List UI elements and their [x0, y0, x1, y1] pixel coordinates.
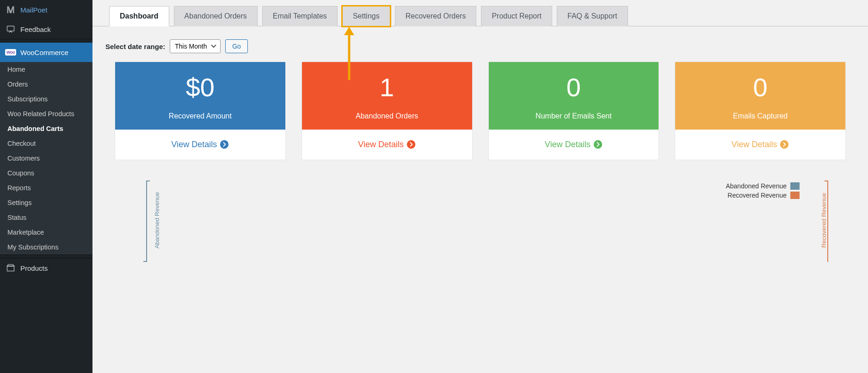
- feedback-icon: [6, 24, 16, 34]
- date-range-label: Select date range:: [105, 43, 165, 50]
- card-label: Recovered Amount: [120, 112, 281, 120]
- tab-faq-support[interactable]: FAQ & Support: [557, 6, 628, 26]
- card-bottom: View Details: [489, 130, 659, 160]
- svg-point-4: [220, 140, 228, 149]
- legend-swatch: [790, 192, 800, 199]
- arrow-right-circle-icon: [593, 140, 603, 149]
- card-label: Abandoned Orders: [307, 112, 468, 120]
- svg-rect-1: [7, 266, 14, 271]
- svg-rect-0: [7, 26, 14, 31]
- arrow-right-circle-icon: [406, 140, 416, 149]
- woocommerce-icon: Woo: [6, 47, 16, 57]
- card-top: $0Recovered Amount: [115, 62, 285, 130]
- right-axis-line: [827, 180, 828, 262]
- view-details-link[interactable]: View Details: [172, 140, 229, 149]
- tab-bar: DashboardAbandoned OrdersEmail Templates…: [92, 0, 868, 26]
- stat-card-number-of-emails-sent: 0Number of Emails SentView Details: [488, 62, 659, 160]
- stats-cards: $0Recovered AmountView Details 1Abandone…: [92, 62, 868, 179]
- card-bottom: View Details: [115, 130, 285, 160]
- legend-item: Abandoned Revenue: [726, 182, 800, 190]
- arrow-right-circle-icon: [780, 140, 789, 149]
- tab-recovered-orders[interactable]: Recovered Orders: [395, 6, 477, 26]
- sidebar-label: Products: [20, 264, 48, 272]
- legend-swatch: [790, 182, 800, 190]
- card-top: 0Number of Emails Sent: [489, 62, 659, 130]
- date-range-select[interactable]: This Month: [170, 39, 221, 53]
- main-content: DashboardAbandoned OrdersEmail Templates…: [92, 0, 868, 262]
- legend-item: Recovered Revenue: [726, 192, 800, 199]
- tab-product-report[interactable]: Product Report: [481, 6, 552, 26]
- sidebar-subitem[interactable]: Customers: [0, 151, 92, 166]
- card-value: 0: [493, 73, 654, 102]
- sidebar-subitem[interactable]: Settings: [0, 195, 92, 210]
- mailpoet-icon: [6, 5, 16, 15]
- abandoned-revenue-chart: Abandoned Revenue: [115, 179, 471, 262]
- sidebar-separator: [0, 255, 92, 258]
- stat-card-emails-captured: 0Emails CapturedView Details: [675, 62, 846, 160]
- stat-card-recovered-amount: $0Recovered AmountView Details: [115, 62, 286, 160]
- sidebar-item-products[interactable]: Products: [0, 258, 92, 278]
- sidebar-item-woocommerce[interactable]: Woo WooCommerce: [0, 43, 92, 62]
- go-button[interactable]: Go: [225, 39, 248, 53]
- card-top: 1Abandoned Orders: [302, 62, 472, 130]
- legend-label: Abandoned Revenue: [726, 182, 787, 190]
- sidebar-label: WooCommerce: [20, 49, 68, 56]
- right-y-axis-label: Recovered Revenue: [820, 193, 827, 248]
- date-range-controls: Select date range: This Month Go: [92, 26, 868, 62]
- card-bottom: View Details: [302, 130, 472, 160]
- view-details-link[interactable]: View Details: [732, 140, 789, 149]
- card-value: 0: [680, 73, 841, 102]
- arrow-right-circle-icon: [220, 140, 229, 149]
- card-bottom: View Details: [675, 130, 845, 160]
- sidebar-item-mailpoet[interactable]: MailPoet: [0, 0, 92, 19]
- card-top: 0Emails Captured: [675, 62, 845, 130]
- sidebar-label: MailPoet: [20, 6, 47, 14]
- admin-sidebar: MailPoet Feedback Woo WooCommerce HomeOr…: [0, 0, 92, 373]
- sidebar-item-feedback[interactable]: Feedback: [0, 19, 92, 39]
- woocommerce-submenu: HomeOrdersSubscriptionsWoo Related Produ…: [0, 62, 92, 255]
- sidebar-subitem[interactable]: Subscriptions: [0, 92, 92, 106]
- svg-point-6: [594, 140, 602, 149]
- legend-label: Recovered Revenue: [727, 192, 787, 199]
- left-axis-line: [146, 180, 147, 262]
- view-details-link[interactable]: View Details: [545, 140, 603, 149]
- sidebar-subitem[interactable]: My Subscriptions: [0, 240, 92, 255]
- sidebar-subitem[interactable]: Marketplace: [0, 225, 92, 240]
- sidebar-subitem[interactable]: Status: [0, 210, 92, 225]
- card-label: Number of Emails Sent: [493, 112, 654, 120]
- products-icon: [6, 263, 16, 273]
- sidebar-subitem[interactable]: Abandoned Carts: [0, 121, 92, 136]
- charts-area: Abandoned Revenue Abandoned Revenue Reco…: [92, 179, 868, 262]
- sidebar-subitem[interactable]: Checkout: [0, 136, 92, 151]
- tab-abandoned-orders[interactable]: Abandoned Orders: [174, 6, 258, 26]
- tab-dashboard[interactable]: Dashboard: [109, 6, 169, 26]
- sidebar-subitem[interactable]: Woo Related Products: [0, 106, 92, 121]
- chart-legend: Abandoned Revenue Recovered Revenue: [726, 182, 800, 201]
- view-details-link[interactable]: View Details: [358, 140, 416, 149]
- sidebar-label: Feedback: [20, 25, 51, 33]
- svg-point-5: [407, 140, 415, 149]
- sidebar-subitem[interactable]: Home: [0, 62, 92, 77]
- card-value: 1: [307, 73, 468, 102]
- card-value: $0: [120, 73, 281, 102]
- sidebar-subitem[interactable]: Coupons: [0, 166, 92, 180]
- sidebar-subitem[interactable]: Orders: [0, 77, 92, 92]
- recovered-revenue-chart: Abandoned Revenue Recovered Revenue Reco…: [490, 179, 846, 262]
- sidebar-subitem[interactable]: Reports: [0, 180, 92, 195]
- tab-email-templates[interactable]: Email Templates: [262, 6, 338, 26]
- tab-settings[interactable]: Settings: [342, 6, 390, 26]
- left-y-axis-label: Abandoned Revenue: [154, 192, 160, 249]
- svg-point-7: [780, 140, 788, 149]
- sidebar-separator: [0, 39, 92, 43]
- card-label: Emails Captured: [680, 112, 841, 120]
- stat-card-abandoned-orders: 1Abandoned OrdersView Details: [302, 62, 473, 160]
